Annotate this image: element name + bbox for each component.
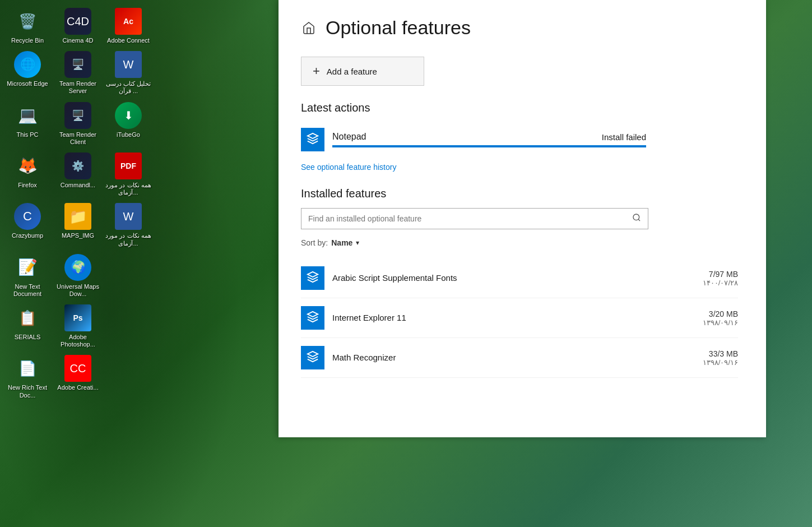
maps-img-label: MAPS_IMG xyxy=(62,232,94,239)
icon-word-farsi[interactable]: W تحلیل کتاب درسی قرآن ... xyxy=(103,48,154,98)
plus-icon: + xyxy=(313,64,320,78)
crazybump-icon: C xyxy=(14,203,41,230)
icon-new-text-doc[interactable]: 📝 New Text Document xyxy=(2,251,53,301)
serials-icon: 📋 xyxy=(14,304,41,331)
latest-actions-title: Latest actions xyxy=(301,101,738,114)
cinema4d-icon: C4D xyxy=(64,8,91,35)
icon-this-pc[interactable]: 💻 This PC xyxy=(2,99,53,149)
icon-new-rich-text[interactable]: 📄 New Rich Text Doc... xyxy=(2,352,53,402)
recycle-bin-label: Recycle Bin xyxy=(11,37,44,44)
team-render-server-icon: 🖥️ xyxy=(64,51,91,78)
history-link[interactable]: See optional feature history xyxy=(301,163,396,172)
universal-maps-icon: 🌍 xyxy=(64,254,91,281)
feature-item-math: Math Recognizer 33/3 MB ۱۳۹۸/۰۹/۱۶ xyxy=(301,338,738,378)
icon-cinema4d[interactable]: C4D Cinema 4D xyxy=(53,4,103,48)
math-info: Math Recognizer xyxy=(332,353,695,363)
new-rich-text-label: New Rich Text Doc... xyxy=(4,384,50,399)
word-farsi2-label: همه نکات در مورد آزمای... xyxy=(105,232,151,247)
sort-by-label: Sort by: xyxy=(301,238,328,247)
icon-recycle-bin[interactable]: 🗑️ Recycle Bin xyxy=(2,4,53,48)
adobe-creative-label: Adobe Creati... xyxy=(57,384,98,391)
adobe-creative-icon: CC xyxy=(64,355,91,382)
action-name-row: Notepad Install failed xyxy=(332,132,646,142)
icon-pdf-farsi[interactable]: PDF همه نکات در مورد آزمای... xyxy=(103,149,154,200)
progress-bar-container xyxy=(332,145,646,147)
notepad-action-content: Notepad Install failed xyxy=(332,132,738,147)
page-title: Optional features xyxy=(326,17,471,39)
svg-line-1 xyxy=(638,219,640,221)
recycle-bin-icon: 🗑️ xyxy=(14,8,41,35)
add-feature-button[interactable]: + Add a feature xyxy=(301,57,424,86)
math-icon-box xyxy=(301,346,324,369)
ie11-date: ۱۳۹۸/۰۹/۱۶ xyxy=(703,318,738,327)
arabic-fonts-icon-box xyxy=(301,266,324,290)
ie11-icon xyxy=(307,311,319,326)
ms-edge-label: Microsoft Edge xyxy=(7,80,48,87)
icon-universal-maps[interactable]: 🌍 Universal Maps Dow... xyxy=(53,251,103,301)
math-date: ۱۳۹۸/۰۹/۱۶ xyxy=(703,358,738,367)
this-pc-icon: 💻 xyxy=(14,102,41,129)
ms-edge-icon: 🌐 xyxy=(14,51,41,78)
word-farsi-label: تحلیل کتاب درسی قرآن ... xyxy=(105,80,151,95)
search-input[interactable] xyxy=(308,214,632,223)
installed-features-title: Installed features xyxy=(301,187,738,200)
icon-itubeGo[interactable]: ⬇ iTubeGo xyxy=(103,99,154,149)
cinema4d-label: Cinema 4D xyxy=(62,37,93,44)
icon-serials[interactable]: 📋 SERIALS xyxy=(2,301,53,352)
settings-panel: Optional features + Add a feature Latest… xyxy=(279,0,766,437)
home-icon[interactable] xyxy=(301,20,317,36)
icon-team-render-client[interactable]: 🖥️ Team Render Client xyxy=(53,99,103,149)
team-render-client-label: Team Render Client xyxy=(55,131,101,146)
icon-firefox[interactable]: 🦊 Firefox xyxy=(2,149,53,200)
arabic-fonts-size: 7/97 MB xyxy=(703,270,738,279)
icon-maps-img[interactable]: 📁 MAPS_IMG xyxy=(53,200,103,250)
desktop-icons: 🗑️ Recycle Bin C4D Cinema 4D Ac Adobe Co… xyxy=(0,0,157,527)
this-pc-label: This PC xyxy=(16,131,38,138)
icon-word-farsi2[interactable]: W همه نکات در مورد آزمای... xyxy=(103,200,154,250)
chevron-down-icon[interactable]: ▾ xyxy=(356,239,359,247)
pdf-farsi-icon: PDF xyxy=(115,152,142,179)
team-render-client-icon: 🖥️ xyxy=(64,102,91,129)
feature-item-ie11: Internet Explorer 11 3/20 MB ۱۳۹۸/۰۹/۱۶ xyxy=(301,298,738,338)
firefox-icon: 🦊 xyxy=(14,152,41,179)
team-render-server-label: Team Render Server xyxy=(55,80,101,95)
adobe-connect-icon: Ac xyxy=(115,8,142,35)
crazybump-label: Crazybump xyxy=(12,232,43,239)
maps-img-icon: 📁 xyxy=(64,203,91,230)
progress-bar-fill xyxy=(332,145,646,147)
adobe-connect-label: Adobe Connect xyxy=(107,37,150,44)
icon-ms-edge[interactable]: 🌐 Microsoft Edge xyxy=(2,48,53,98)
universal-maps-label: Universal Maps Dow... xyxy=(55,283,101,298)
pdf-farsi-label: همه نکات در مورد آزمای... xyxy=(105,182,151,196)
serials-label: SERIALS xyxy=(15,334,40,341)
ie11-size: 3/20 MB xyxy=(703,309,738,318)
search-box[interactable] xyxy=(301,208,648,229)
math-icon xyxy=(307,350,319,366)
new-text-doc-icon: 📝 xyxy=(14,254,41,281)
search-icon xyxy=(632,213,641,224)
icon-commandline[interactable]: ⚙️ Commandl... xyxy=(53,149,103,200)
math-meta: 33/3 MB ۱۳۹۸/۰۹/۱۶ xyxy=(703,349,738,367)
sort-row: Sort by: Name ▾ xyxy=(301,238,738,247)
icon-crazybump[interactable]: C Crazybump xyxy=(2,200,53,250)
notepad-icon xyxy=(307,132,319,147)
feature-item-arabic: Arabic Script Supplemental Fonts 7/97 MB… xyxy=(301,258,738,298)
new-rich-text-icon: 📄 xyxy=(14,355,41,382)
page-header: Optional features xyxy=(301,17,738,39)
math-name: Math Recognizer xyxy=(332,353,396,362)
arabic-fonts-info: Arabic Script Supplemental Fonts xyxy=(332,273,695,283)
icon-team-render-server[interactable]: 🖥️ Team Render Server xyxy=(53,48,103,98)
icon-adobe-connect[interactable]: Ac Adobe Connect xyxy=(103,4,154,48)
notepad-status: Install failed xyxy=(602,132,646,142)
svg-point-0 xyxy=(633,214,639,220)
ie11-name: Internet Explorer 11 xyxy=(332,313,406,322)
arabic-fonts-meta: 7/97 MB ۱۴۰۰/۰۷/۲۸ xyxy=(703,270,738,287)
firefox-label: Firefox xyxy=(18,182,37,189)
sort-name[interactable]: Name xyxy=(331,238,352,247)
icon-adobe-creative[interactable]: CC Adobe Creati... xyxy=(53,352,103,402)
arabic-fonts-date: ۱۴۰۰/۰۷/۲۸ xyxy=(703,279,738,287)
icon-adobe-photoshop[interactable]: Ps Adobe Photoshop... xyxy=(53,301,103,352)
ie11-info: Internet Explorer 11 xyxy=(332,313,695,323)
arabic-fonts-icon xyxy=(307,271,319,286)
adobe-photoshop-label: Adobe Photoshop... xyxy=(55,334,101,348)
